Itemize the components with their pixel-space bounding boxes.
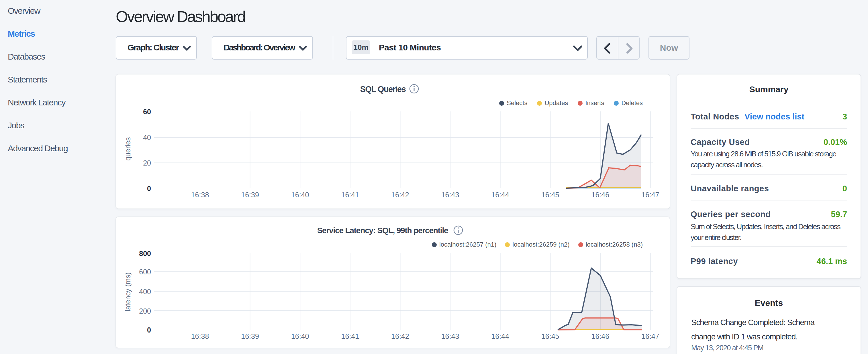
svg-text:16:38: 16:38 <box>191 191 209 199</box>
svg-text:16:47: 16:47 <box>641 332 659 340</box>
svg-text:16:38: 16:38 <box>191 332 209 340</box>
svg-text:Service Latency: SQL, 99th per: Service Latency: SQL, 99th percentile <box>317 226 448 235</box>
svg-text:0: 0 <box>147 326 151 334</box>
svg-text:16:45: 16:45 <box>541 332 559 340</box>
svg-text:60: 60 <box>143 108 151 116</box>
svg-text:16:41: 16:41 <box>341 332 359 340</box>
svg-text:16:44: 16:44 <box>491 332 509 340</box>
svg-text:16:39: 16:39 <box>241 332 259 340</box>
svg-text:16:43: 16:43 <box>441 332 459 340</box>
svg-text:16:41: 16:41 <box>341 191 359 199</box>
svg-text:400: 400 <box>139 288 151 296</box>
svg-text:20: 20 <box>143 159 151 167</box>
svg-text:16:42: 16:42 <box>391 191 409 199</box>
svg-text:16:40: 16:40 <box>291 191 309 199</box>
svg-text:16:40: 16:40 <box>291 332 309 340</box>
svg-text:16:46: 16:46 <box>591 191 610 199</box>
svg-text:16:39: 16:39 <box>241 191 259 199</box>
svg-text:40: 40 <box>143 133 151 141</box>
svg-text:16:43: 16:43 <box>441 191 459 199</box>
svg-text:0: 0 <box>147 185 151 192</box>
svg-text:latency (ms): latency (ms) <box>124 272 132 311</box>
svg-text:queries: queries <box>124 137 132 161</box>
svg-text:800: 800 <box>139 250 151 257</box>
svg-text:16:44: 16:44 <box>491 191 509 199</box>
svg-text:16:42: 16:42 <box>391 332 409 340</box>
svg-text:SQL Queries: SQL Queries <box>360 85 406 94</box>
svg-text:600: 600 <box>139 268 151 276</box>
svg-text:16:47: 16:47 <box>641 191 659 199</box>
svg-text:16:46: 16:46 <box>591 332 610 340</box>
svg-text:200: 200 <box>139 307 151 315</box>
svg-text:16:45: 16:45 <box>541 191 559 199</box>
